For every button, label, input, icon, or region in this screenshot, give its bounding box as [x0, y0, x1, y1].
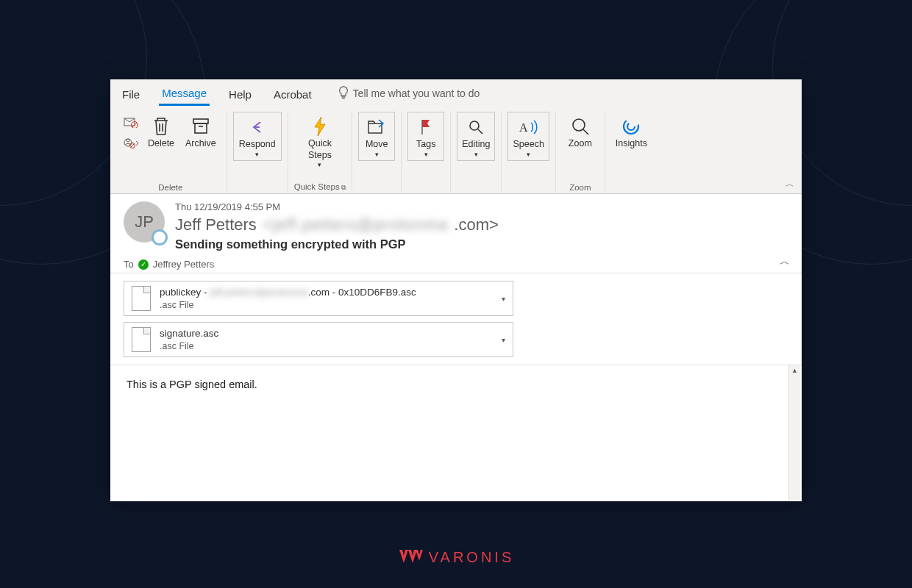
sender-display-name: Jeff Petters	[175, 215, 257, 234]
avatar-initials: JP	[135, 212, 154, 232]
move-button[interactable]: Move ▾	[358, 112, 395, 161]
tab-acrobat[interactable]: Acrobat	[271, 82, 315, 105]
ribbon-group-respond: Respond ▾	[227, 112, 288, 194]
svg-rect-7	[193, 119, 208, 123]
lightbulb-icon	[338, 86, 349, 100]
ribbon-group-zoom: Zoom Zoom	[556, 112, 605, 194]
message-timestamp: Thu 12/19/2019 4:55 PM	[175, 201, 788, 212]
sender-email-redacted: <jeff.petters@protonma	[263, 215, 448, 234]
group-label-respond	[256, 182, 258, 194]
delete-button[interactable]: Delete	[143, 112, 179, 151]
group-label-tags	[425, 182, 427, 194]
svg-text:A: A	[519, 121, 528, 134]
sender-avatar: JP	[124, 201, 165, 243]
chevron-down-icon[interactable]: ▾	[502, 295, 505, 303]
folder-move-icon	[366, 115, 387, 139]
ignore-button[interactable]	[121, 113, 141, 131]
ribbon-group-speech: A Speech ▾	[502, 112, 555, 194]
scrollbar[interactable]: ▲	[788, 365, 800, 501]
archive-button[interactable]: Archive	[181, 112, 221, 151]
chevron-down-icon: ▾	[527, 151, 530, 159]
chevron-down-icon: ▾	[474, 151, 478, 159]
ribbon-group-tags: Tags ▾	[402, 112, 451, 194]
svg-point-4	[127, 139, 129, 142]
ribbon-group-move: Move ▾	[352, 112, 402, 194]
ribbon: Delete Archive Delete Respond ▾	[110, 107, 802, 194]
attachment-item[interactable]: signature.asc .asc File ▾	[124, 322, 513, 357]
attachment-filename: publickey - jeff.petters@protonma.com - …	[160, 286, 416, 299]
group-label-zoom: Zoom	[569, 182, 591, 194]
expand-header-button[interactable]: ︿	[780, 255, 790, 268]
chevron-down-icon: ▾	[424, 151, 428, 159]
body-text: This is a PGP signed email.	[127, 379, 257, 390]
group-label-move	[376, 182, 378, 194]
to-label: To	[124, 259, 134, 270]
flag-icon	[418, 115, 434, 139]
speech-label: Speech	[513, 139, 544, 151]
file-icon	[132, 286, 151, 311]
ribbon-group-editing: Editing ▾	[451, 112, 502, 194]
tab-strip: File Message Help Acrobat Tell me what y…	[110, 79, 802, 107]
group-label-quick-steps[interactable]: Quick Steps	[294, 181, 346, 194]
group-label-editing	[475, 182, 477, 194]
respond-label: Respond	[239, 139, 276, 151]
chevron-down-icon: ▾	[255, 151, 259, 159]
zoom-icon	[570, 115, 591, 138]
collapse-ribbon-button[interactable]: ︿	[785, 178, 794, 190]
ribbon-group-delete: Delete Archive Delete	[115, 112, 227, 194]
group-label-insights	[630, 182, 633, 194]
tell-me-label: Tell me what you want to do	[353, 87, 480, 99]
attachment-item[interactable]: publickey - jeff.petters@protonma.com - …	[124, 281, 513, 316]
group-label-delete: Delete	[158, 182, 182, 194]
attachment-filename: signature.asc	[160, 327, 218, 340]
outlook-message-window: File Message Help Acrobat Tell me what y…	[110, 79, 802, 501]
archive-label: Archive	[185, 138, 216, 150]
trash-icon	[151, 115, 171, 138]
tab-help[interactable]: Help	[226, 82, 254, 105]
brand-name: VARONIS	[429, 549, 515, 566]
svg-point-18	[627, 123, 635, 130]
zoom-button[interactable]: Zoom	[562, 112, 599, 151]
sender-name: Jeff Petters <jeff.petters@protonma.com>	[175, 215, 788, 234]
group-label-speech	[527, 182, 530, 194]
message-body: This is a PGP signed email. ▲	[110, 365, 802, 501]
editing-label: Editing	[462, 139, 490, 151]
to-line: To ✓ Jeffrey Petters	[124, 259, 788, 270]
archive-icon	[190, 115, 211, 138]
attachments-area: publickey - jeff.petters@protonma.com - …	[110, 273, 802, 365]
tags-label: Tags	[416, 139, 435, 151]
presence-ring-icon	[152, 229, 168, 245]
delete-label: Delete	[148, 138, 174, 150]
tab-file[interactable]: File	[119, 82, 143, 105]
svg-point-3	[124, 139, 132, 146]
svg-rect-8	[195, 123, 207, 133]
quick-steps-label: Quick Steps	[308, 138, 332, 161]
editing-button[interactable]: Editing ▾	[457, 112, 495, 161]
attachment-type: .asc File	[160, 299, 416, 311]
reply-icon	[247, 115, 268, 139]
quick-steps-button[interactable]: Quick Steps▾	[302, 112, 338, 171]
svg-rect-10	[368, 123, 382, 133]
svg-line-16	[583, 129, 588, 135]
message-subject: Sending something encrypted with PGP	[175, 237, 788, 251]
chevron-down-icon[interactable]: ▾	[502, 336, 505, 344]
insights-label: Insights	[616, 138, 647, 150]
tell-me-search[interactable]: Tell me what you want to do	[338, 86, 480, 100]
svg-point-15	[573, 119, 585, 131]
tags-button[interactable]: Tags ▾	[407, 112, 444, 161]
zoom-label: Zoom	[569, 138, 592, 150]
lightning-icon	[310, 115, 329, 138]
insights-button[interactable]: Insights	[611, 112, 652, 151]
sender-email-tail: .com>	[454, 215, 499, 234]
chevron-down-icon: ▾	[375, 151, 379, 159]
respond-button[interactable]: Respond ▾	[233, 112, 282, 161]
verified-icon: ✓	[138, 259, 149, 270]
attachment-type: .asc File	[160, 340, 218, 352]
message-header: JP Thu 12/19/2019 4:55 PM Jeff Petters <…	[110, 194, 802, 273]
scroll-up-icon[interactable]: ▲	[789, 365, 800, 376]
junk-button[interactable]	[121, 134, 141, 151]
file-icon	[132, 327, 151, 352]
read-aloud-icon: A	[518, 115, 540, 139]
tab-message[interactable]: Message	[159, 81, 210, 106]
speech-button[interactable]: A Speech ▾	[507, 112, 549, 161]
